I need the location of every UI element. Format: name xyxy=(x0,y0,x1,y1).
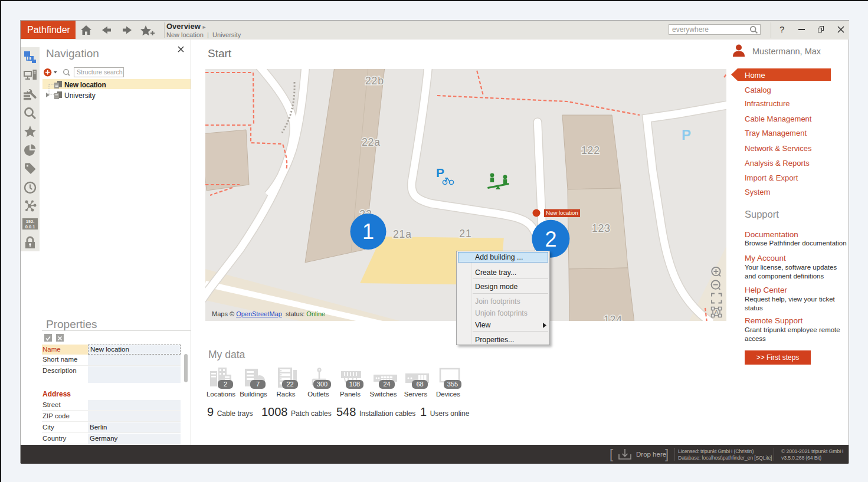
svg-text:123: 123 xyxy=(592,222,611,234)
svg-text:21: 21 xyxy=(459,228,471,240)
svg-text:A: A xyxy=(715,309,719,316)
svg-text:21a: 21a xyxy=(393,228,412,240)
svg-text:2: 2 xyxy=(545,227,556,251)
svg-text:22a: 22a xyxy=(362,136,381,148)
svg-text:P: P xyxy=(436,166,444,179)
svg-text:22b: 22b xyxy=(365,75,384,87)
svg-text:New location: New location xyxy=(546,209,578,216)
svg-text:122: 122 xyxy=(581,145,600,156)
svg-text:1: 1 xyxy=(362,219,374,244)
svg-text:P: P xyxy=(682,127,691,143)
svg-text:Home: Home xyxy=(745,71,765,80)
svg-text:124: 124 xyxy=(604,314,623,321)
